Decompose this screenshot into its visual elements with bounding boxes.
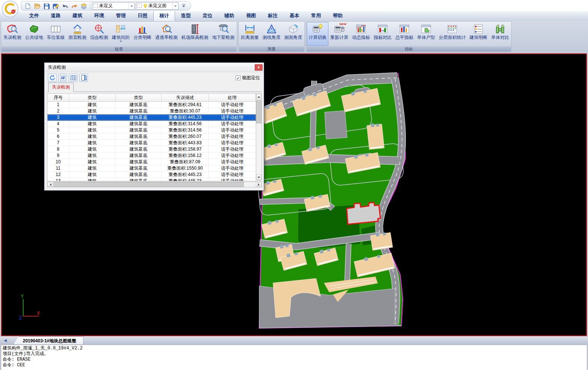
menu-tab[interactable]: 管理	[110, 10, 132, 21]
drawing-canvas[interactable]: YXZ 失误检测 x W✓视图定位 失误检测 序号类型类型失误描述处理 1建筑建…	[1, 53, 587, 336]
ribbon-button[interactable]: 综合检测	[88, 22, 110, 46]
scroll-left-button[interactable]	[48, 182, 53, 187]
ribbon-button[interactable]: 动态指标	[350, 22, 372, 46]
classify-icon	[137, 24, 148, 35]
table-row[interactable]: 7建筑建筑基底重叠面积:443.83请手动处理	[48, 140, 256, 146]
ribbon-button[interactable]: 单体对比	[489, 22, 511, 46]
undo-button[interactable]	[61, 2, 69, 10]
dialog-title-bar[interactable]: 失误检测 x	[45, 63, 264, 72]
table-cell: 6	[48, 133, 69, 140]
ribbon-button[interactable]: 建筑明晰	[468, 22, 489, 46]
table-row[interactable]: 5建筑建筑基底重叠面积:314.56请手动处理	[48, 127, 256, 133]
table-row[interactable]: 12建筑建筑基底重叠面积:445.23请手动处理	[48, 172, 256, 178]
layer-style-combo[interactable]: 未定义	[92, 2, 135, 10]
face-style-combo[interactable]: 未定义面	[136, 2, 178, 10]
ribbon-button[interactable]: 公共绿地	[23, 22, 45, 46]
ribbon-button[interactable]: 总平指标	[393, 22, 415, 46]
tab-nav-left-button[interactable]: ◀	[2, 337, 8, 343]
menu-tab[interactable]: 辅助	[218, 10, 240, 21]
menu-tab[interactable]: 帮助	[327, 10, 349, 21]
table-row[interactable]: 10建筑建筑基底重叠面积:87.09请手动处理	[48, 159, 256, 165]
table-row[interactable]: 9建筑建筑基底重叠面积:156.12请手动处理	[48, 152, 256, 159]
close-panel-button[interactable]	[79, 74, 88, 82]
menu-tab[interactable]: 日照	[132, 10, 153, 21]
horizontal-scroll-track[interactable]	[53, 182, 256, 187]
ribbon-button-label: 机场限高检测	[181, 35, 208, 40]
menu-tab[interactable]: 环境	[88, 10, 110, 21]
ribbon-button[interactable]: 分类明晰	[132, 22, 153, 46]
menu-tab[interactable]: 常用	[305, 10, 327, 21]
redo-button[interactable]	[70, 2, 79, 10]
ribbon-button-label: 单体对比	[491, 35, 509, 40]
refresh-button[interactable]	[48, 74, 56, 82]
combo-dropdown-arrow[interactable]	[129, 3, 134, 9]
table-cell: 请手动处理	[209, 127, 256, 133]
vertical-scrollbar[interactable]	[256, 93, 262, 181]
horizontal-scroll-thumb[interactable]	[53, 182, 244, 187]
menu-tab[interactable]: 造型	[175, 10, 197, 21]
ribbon-button[interactable]: 距离测量	[239, 22, 261, 46]
column-header[interactable]: 类型	[69, 94, 116, 102]
app-logo-icon[interactable]	[1, 0, 19, 18]
menu-tab[interactable]: 标注	[262, 10, 284, 21]
menu-tab[interactable]: 文件	[23, 10, 45, 21]
ribbon-button[interactable]: 车位复核	[45, 22, 67, 46]
ribbon-button[interactable]: 建筑间距	[110, 22, 132, 46]
table-row[interactable]: 1建筑建筑基底重叠面积:294.61请手动处理	[48, 102, 256, 108]
ribbon-button[interactable]: 失误检测	[1, 22, 23, 46]
table-row[interactable]: 11建筑建筑基底重叠面积:1550.90请手动处理	[48, 165, 256, 172]
ribbon-button[interactable]: 测面角度	[282, 22, 304, 46]
ribbon-button[interactable]: 面宽检测	[67, 22, 88, 46]
scroll-down-button[interactable]	[256, 175, 261, 180]
ribbon-button[interactable]: vs指标对比	[372, 22, 393, 46]
airport-limit-icon	[189, 24, 200, 35]
ribbon-button[interactable]: 地下室检测	[210, 22, 236, 46]
table-cell: 9	[48, 152, 69, 159]
column-header[interactable]: 处理	[209, 94, 256, 102]
table-row[interactable]: 3建筑建筑基底重叠面积:445.23请手动处理	[48, 114, 256, 121]
menu-tab[interactable]: 基本	[284, 10, 305, 21]
dynamic-index-icon	[355, 24, 367, 35]
menu-tab[interactable]: 视图	[240, 10, 262, 21]
ribbon-button[interactable]: 分层面积统计	[437, 22, 468, 46]
table-row[interactable]: 6建筑建筑基底重叠面积:260.07请手动处理	[48, 133, 256, 140]
ribbon-button[interactable]: A测线角度	[261, 22, 282, 46]
table-row[interactable]: 8建筑建筑基底重叠面积:158.97请手动处理	[48, 146, 256, 152]
view-locate-checkbox[interactable]: ✓视图定位	[236, 75, 260, 81]
toolbar-overflow-button[interactable]	[181, 2, 187, 10]
ribbon-button[interactable]: 单体户型	[415, 22, 437, 46]
ribbon-button[interactable]: 机场限高检测	[180, 22, 210, 46]
combo-dropdown-arrow[interactable]	[172, 3, 178, 9]
table-cell: 8	[48, 146, 69, 152]
column-header[interactable]: 类型	[116, 94, 162, 102]
open-file-button[interactable]	[33, 2, 41, 10]
menu-tab[interactable]: 道路	[45, 10, 67, 21]
table-row[interactable]: 13建筑建筑基底重叠面积:445.23请手动处理	[48, 178, 256, 181]
vertical-scroll-track[interactable]	[256, 99, 261, 175]
save-as-button[interactable]	[52, 2, 60, 10]
ribbon-button[interactable]: 计算切换	[307, 22, 328, 46]
tab-error-check[interactable]: 失误检测	[48, 83, 74, 92]
dialog-close-button[interactable]: x	[255, 64, 263, 71]
vertical-scroll-thumb[interactable]	[256, 100, 261, 123]
menu-tab[interactable]: 核计	[153, 10, 175, 21]
column-header[interactable]: 失误描述	[162, 94, 209, 102]
menu-tab[interactable]: 建筑	[67, 10, 88, 21]
column-header[interactable]: 序号	[48, 94, 69, 102]
table-row[interactable]: 2建筑建筑基底重叠面积:30.07请手动处理	[48, 108, 256, 114]
ribbon-button[interactable]: 通透率检测	[153, 22, 180, 46]
ribbon-button[interactable]: NEW重新计算	[328, 22, 350, 46]
layers-button[interactable]	[80, 2, 88, 10]
menu-tab[interactable]: 定位	[197, 10, 218, 21]
horizontal-scrollbar[interactable]	[47, 182, 262, 187]
scroll-right-button[interactable]	[256, 182, 261, 187]
export-table-button[interactable]	[69, 74, 77, 82]
command-line-panel[interactable]: 建筑构件_雨篷_1_无_0.0_19#4_V2.2项目(文件)导入完成。命令: …	[1, 345, 587, 370]
save-button[interactable]	[42, 2, 50, 10]
export-word-button[interactable]: W	[58, 74, 67, 82]
new-file-button[interactable]	[24, 2, 32, 10]
table-header-row: 序号类型类型失误描述处理	[48, 94, 256, 102]
document-tab[interactable]: 20190403-1#地块总图规整	[13, 336, 83, 344]
scroll-up-button[interactable]	[256, 94, 261, 99]
table-row[interactable]: 4建筑建筑基底重叠面积:314.56请手动处理	[48, 121, 256, 127]
